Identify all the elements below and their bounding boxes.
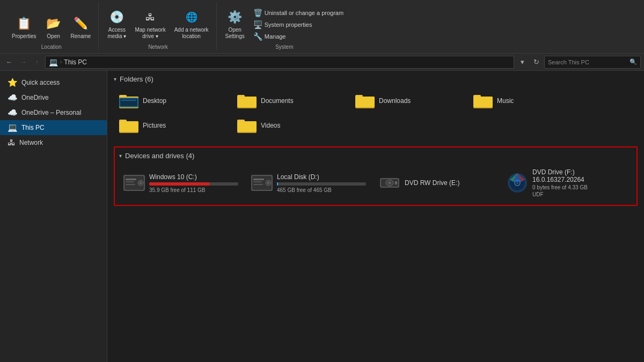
sidebar-item-quick-access[interactable]: ⭐ Quick access	[0, 75, 107, 90]
uninstall-icon: 🗑️	[253, 9, 262, 17]
hdd-c-icon	[123, 174, 145, 192]
manage-button[interactable]: 🔧 Manage	[250, 31, 347, 42]
this-pc-label: This PC	[21, 124, 45, 131]
access-media-icon: 💿	[108, 9, 126, 26]
local-d-bar-bg	[277, 182, 366, 186]
folder-downloads-icon	[355, 93, 375, 109]
devices-chevron[interactable]: ▾	[119, 153, 122, 159]
folders-chevron[interactable]: ▾	[114, 76, 116, 82]
folder-music-icon	[473, 93, 493, 109]
svg-rect-8	[237, 97, 257, 107]
map-network-button[interactable]: 🖧 Map networkdrive ▾	[131, 6, 169, 42]
system-small-buttons: 🗑️ Uninstall or change a program 🖥️ Syst…	[250, 8, 347, 42]
add-network-icon: 🌐	[183, 9, 200, 26]
dropdown-button[interactable]: ▾	[516, 56, 528, 68]
folder-downloads[interactable]: Downloads	[350, 88, 468, 113]
windows-c-free: 35.9 GB free of 111 GB	[149, 187, 238, 193]
folders-section-title: Folders (6)	[120, 75, 153, 83]
sidebar: ⭐ Quick access ☁️ OneDrive ☁️ OneDrive –…	[0, 71, 107, 362]
dvd-e-drive[interactable]: DVD RW Drive (E:)	[375, 165, 498, 201]
search-box[interactable]: Search This PC 🔍	[544, 56, 641, 69]
sidebar-item-onedrive-personal[interactable]: ☁️ OneDrive – Personal	[0, 105, 107, 120]
uninstall-button[interactable]: 🗑️ Uninstall or change a program	[250, 8, 347, 18]
onedrive-personal-label: OneDrive – Personal	[21, 109, 81, 116]
add-network-label: Add a networklocation	[174, 27, 209, 40]
local-d-bar-fill	[277, 182, 278, 186]
dvd-f-free: 0 bytes free of 4.33 GB	[532, 184, 628, 190]
uninstall-label: Uninstall or change a program	[265, 10, 343, 16]
svg-rect-32	[253, 179, 264, 180]
system-props-label: System properties	[265, 21, 312, 28]
system-properties-button[interactable]: 🖥️ System properties	[250, 19, 347, 30]
ribbon-items-location: 📋 Properties 📂 Open ✏️ Rename	[9, 13, 94, 42]
folder-downloads-label: Downloads	[379, 97, 411, 105]
properties-icon: 📋	[16, 15, 33, 32]
folder-pictures[interactable]: Pictures	[114, 113, 232, 138]
devices-grid: Windows 10 (C:) 35.9 GB free of 111 GB	[119, 165, 632, 201]
folder-videos-label: Videos	[261, 122, 280, 129]
quick-access-icon: ⭐	[8, 78, 18, 87]
folders-section: ▾ Folders (6) Desktop	[114, 75, 638, 138]
network-group-label: Network	[148, 44, 168, 50]
map-network-icon: 🖧	[142, 9, 159, 26]
open-settings-icon: ⚙️	[226, 9, 244, 26]
map-network-label: Map networkdrive ▾	[135, 27, 165, 40]
forward-button[interactable]: →	[17, 56, 29, 68]
open-icon: 📂	[45, 15, 62, 32]
refresh-button[interactable]: ↻	[530, 56, 542, 68]
ribbon-items-system: ⚙️ OpenSettings 🗑️ Uninstall or change a…	[222, 6, 347, 42]
folder-documents-label: Documents	[261, 97, 294, 105]
up-button[interactable]: ↑	[31, 56, 43, 68]
folder-documents[interactable]: Documents	[232, 88, 350, 113]
svg-rect-17	[119, 121, 138, 132]
access-media-button[interactable]: 💿 Accessmedia ▾	[104, 6, 129, 42]
dvd-e-icon	[379, 174, 400, 192]
search-placeholder: Search This PC	[548, 59, 589, 65]
folders-section-header: ▾ Folders (6)	[114, 75, 638, 83]
local-d-free: 465 GB free of 465 GB	[277, 187, 366, 193]
devices-section-header: ▾ Devices and drives (4)	[119, 152, 632, 160]
rename-button[interactable]: ✏️ Rename	[68, 13, 94, 42]
folder-music-label: Music	[497, 97, 514, 105]
content-area: ▾ Folders (6) Desktop	[107, 71, 644, 362]
quick-access-label: Quick access	[21, 79, 60, 86]
windows-c-bar-bg	[149, 182, 238, 186]
system-props-icon: 🖥️	[253, 20, 262, 29]
breadcrumb-bar[interactable]: 💻 › This PC	[45, 56, 514, 69]
ribbon-group-location: 📋 Properties 📂 Open ✏️ Rename Location	[4, 2, 99, 50]
onedrive-icon: ☁️	[8, 93, 18, 102]
windows-c-info: Windows 10 (C:) 35.9 GB free of 111 GB	[149, 173, 238, 193]
breadcrumb-separator: ›	[60, 59, 62, 65]
ribbon-items-network: 💿 Accessmedia ▾ 🖧 Map networkdrive ▾ 🌐 A…	[104, 6, 211, 42]
hdd-d-icon	[251, 174, 273, 192]
local-d-name: Local Disk (D:)	[277, 173, 366, 181]
folder-desktop[interactable]: Desktop	[114, 88, 232, 113]
properties-button[interactable]: 📋 Properties	[9, 13, 40, 42]
local-d-info: Local Disk (D:) 465 GB free of 465 GB	[277, 173, 366, 193]
ribbon-group-network: 💿 Accessmedia ▾ 🖧 Map networkdrive ▾ 🌐 A…	[100, 2, 216, 50]
dvd-f-drive[interactable]: DVD Drive (F:) 16.0.16327.20264 0 bytes …	[502, 165, 632, 201]
folder-pictures-label: Pictures	[143, 122, 166, 129]
folder-videos[interactable]: Videos	[232, 113, 350, 138]
folder-music[interactable]: Music	[468, 88, 586, 113]
svg-rect-39	[395, 181, 397, 184]
back-button[interactable]: ←	[3, 56, 15, 68]
svg-rect-34	[253, 184, 263, 185]
folder-pictures-icon	[119, 117, 138, 134]
folders-grid: Desktop Documents	[114, 88, 638, 138]
open-button[interactable]: 📂 Open	[42, 13, 65, 42]
sidebar-item-this-pc[interactable]: 💻 This PC	[0, 120, 107, 135]
dvd-f-info: DVD Drive (F:) 16.0.16327.20264 0 bytes …	[532, 168, 628, 197]
folder-desktop-icon	[119, 93, 138, 109]
sidebar-item-onedrive[interactable]: ☁️ OneDrive	[0, 90, 107, 105]
network-icon: 🖧	[8, 138, 16, 147]
svg-point-24	[140, 182, 142, 184]
svg-point-31	[267, 182, 269, 184]
sidebar-item-network[interactable]: 🖧 Network	[0, 135, 107, 150]
breadcrumb-path: This PC	[64, 58, 87, 66]
open-settings-button[interactable]: ⚙️ OpenSettings	[222, 6, 248, 42]
svg-rect-26	[126, 181, 134, 182]
add-network-button[interactable]: 🌐 Add a networklocation	[171, 6, 212, 42]
windows-c-drive[interactable]: Windows 10 (C:) 35.9 GB free of 111 GB	[119, 165, 243, 201]
local-d-drive[interactable]: Local Disk (D:) 465 GB free of 465 GB	[247, 165, 370, 201]
